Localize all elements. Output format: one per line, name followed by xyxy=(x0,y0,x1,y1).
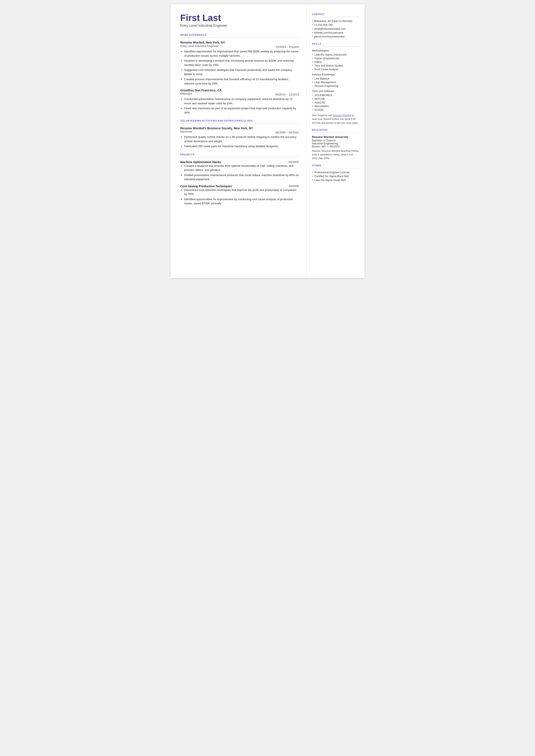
contact-item-linkedin: linkedin.com/in/username xyxy=(312,31,359,34)
list-item: Line Balance xyxy=(312,77,359,80)
promo-box: Don't forget to use Resume Worded to sca… xyxy=(312,114,359,125)
edu-school: Resume Worded University xyxy=(312,135,359,139)
education-divider xyxy=(312,132,359,133)
list-item: Fabricated 200 metal parts for industria… xyxy=(184,144,299,149)
list-item: Kaizen (Experienced) xyxy=(312,57,359,60)
edu-degree: Bachelor of Science xyxy=(312,139,359,142)
list-item: Identified opportunities for improvement… xyxy=(184,49,299,58)
skills-cat-1: Methodologies: xyxy=(312,49,359,52)
contact-item-email: email@resumeworded.com xyxy=(312,27,359,30)
list-item: Root Cause Analysis xyxy=(312,68,359,71)
edu-field: Industrial Engineering xyxy=(312,142,359,145)
education-heading: EDUCATION xyxy=(312,129,359,131)
skills-cat-2: Industry Knowledge: xyxy=(312,73,359,76)
contact-list: Milwaukee, WI (Open to Remote) +1-234-45… xyxy=(312,20,359,38)
vol-1-role: Machinist xyxy=(180,130,192,133)
name: First Last xyxy=(180,13,299,23)
list-item: Drafted preventative maintenance protoco… xyxy=(184,173,299,182)
list-item: Identified opportunities for improvement… xyxy=(184,197,299,206)
job-2-bullets: Conducted preventative maintenance on co… xyxy=(184,97,299,115)
volunteering-divider xyxy=(180,123,299,124)
project-2-date: 04/2009 xyxy=(289,184,299,188)
job-1-role: Entry Level Industrial Engineer xyxy=(180,44,218,48)
job-1-header: Resume Worded, New York, NY xyxy=(180,41,299,44)
vol-1-dates: 06/2009 – 04/2010 xyxy=(275,131,299,134)
skills-list-1: Lean/Six Sigma (Advanced) Kaizen (Experi… xyxy=(312,53,359,71)
list-item: MATLAB xyxy=(312,98,359,100)
promo-link[interactable]: Resume Worded xyxy=(333,114,351,117)
job-1-dates: 01/2015 – Present xyxy=(276,45,299,48)
list-item: Created a blueprint that ensures 80% opt… xyxy=(184,164,299,172)
job-2-company: Growthsi, San Francisco, CA xyxy=(180,89,299,92)
work-experience-heading: WORK EXPERIENCE xyxy=(180,34,299,36)
project-2-name: Cost-Saving Production Techniques xyxy=(180,184,232,188)
right-column: CONTACT Milwaukee, WI (Open to Remote) +… xyxy=(306,4,365,278)
project-1-name: Machine Optimization Hacks xyxy=(180,160,221,164)
list-item: FMEA xyxy=(312,61,359,64)
vol-1-company: Resume Worded's Business Society, New Yo… xyxy=(180,126,299,130)
list-item: SOLIDWORKS xyxy=(312,94,359,97)
job-1-company: Resume Worded, New York, NY xyxy=(180,41,225,44)
other-divider xyxy=(312,168,359,168)
edu-awards: Awards: Resume Worded Teaching Fellow (o… xyxy=(312,149,359,160)
contact-item-phone: +1-234-456-789 xyxy=(312,23,359,26)
job-2-role: Millwright xyxy=(180,92,192,95)
project-1-date: 05/2009 xyxy=(289,160,299,164)
skills-heading: SKILLS xyxy=(312,42,359,45)
title: Entry Level Industrial Engineer xyxy=(180,24,299,28)
project-2-bullets: Discovered cost-reduction techniques tha… xyxy=(184,188,299,206)
list-item: Certified Six Sigma Black Belt. xyxy=(312,175,359,178)
job-2-dates: 06/2010 – 12/2014 xyxy=(275,93,299,96)
list-item: Fixed new machinery as part of an expans… xyxy=(184,106,299,115)
volunteering-heading: VOLUNTEERING ACTIVITIES AND EXTRACURRICU… xyxy=(180,119,299,122)
resume-page: First Last Entry Level Industrial Engine… xyxy=(171,4,365,278)
list-item: Discovered cost-reduction techniques tha… xyxy=(184,188,299,196)
contact-divider xyxy=(312,17,359,17)
edu-location: Boston, MA — 05/2010 xyxy=(312,145,359,148)
list-item: Conducted preventative maintenance on co… xyxy=(184,97,299,105)
other-list: Professional Engineer License. Certified… xyxy=(312,171,359,182)
projects-heading: PROJECTS xyxy=(180,153,299,156)
list-item: Lean Management xyxy=(312,81,359,84)
list-item: Lean Six Sigma Green Belt. xyxy=(312,179,359,182)
promo-text-before: Don't forget to use xyxy=(312,114,333,117)
list-item: MicroStation xyxy=(312,105,359,108)
list-item: AutoCAD xyxy=(312,101,359,104)
list-item: Lean/Six Sigma (Advanced) xyxy=(312,53,359,56)
contact-item-github: github.com/resumeworded xyxy=(312,35,359,38)
skills-cat-3: Tools and Software: xyxy=(312,90,359,93)
list-item: SCADA xyxy=(312,108,359,111)
skills-list-3: SOLIDWORKS MATLAB AutoCAD MicroStation S… xyxy=(312,94,359,111)
projects-divider xyxy=(180,157,299,157)
list-item: Performed quality control checks on 1.4K… xyxy=(184,135,299,143)
skills-list-2: Line Balance Lean Management Process Eng… xyxy=(312,77,359,88)
left-column: First Last Entry Level Industrial Engine… xyxy=(171,4,306,278)
list-item: Created process improvements that booste… xyxy=(184,77,299,86)
vol-1-bullets: Performed quality control checks on 1.4K… xyxy=(184,135,299,149)
list-item: Assisted in developing a product line, i… xyxy=(184,59,299,67)
job-1-bullets: Identified opportunities for improvement… xyxy=(184,49,299,86)
contact-item-location: Milwaukee, WI (Open to Remote) xyxy=(312,20,359,23)
list-item: Process Engineering xyxy=(312,84,359,88)
other-heading: OTHER xyxy=(312,164,359,167)
project-1-bullets: Created a blueprint that ensures 80% opt… xyxy=(184,164,299,182)
list-item: Time and Motion Studies xyxy=(312,64,359,67)
list-item: Professional Engineer License. xyxy=(312,171,359,174)
contact-heading: CONTACT xyxy=(312,13,359,15)
list-item: Suggested cost-reduction strategies that… xyxy=(184,68,299,76)
